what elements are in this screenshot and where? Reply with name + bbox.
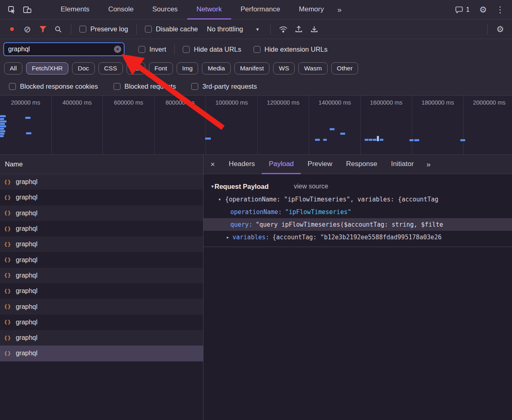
import-har-icon[interactable] — [291, 22, 306, 36]
more-tabs-chevron-icon[interactable]: » — [333, 5, 346, 14]
payload-row-operation-name[interactable]: operationName: "ipFlowTimeseries" — [203, 206, 512, 218]
search-icon[interactable] — [50, 22, 66, 36]
devtools-tab[interactable]: Network — [187, 0, 231, 20]
devtools-tab[interactable]: Memory — [289, 0, 333, 20]
request-row[interactable]: graphql — [0, 283, 203, 299]
details-tab[interactable]: Preview — [301, 155, 339, 174]
type-filter-chip[interactable]: Other — [331, 62, 359, 74]
type-filter-chip[interactable]: All — [4, 62, 22, 74]
hide-extension-urls-checkbox[interactable]: Hide extension URLs — [254, 46, 328, 53]
timeline-column: 400000 ms — [52, 96, 103, 154]
payload-summary-row[interactable]: ▾ {operationName: "ipFlowTimeseries", va… — [203, 193, 512, 206]
type-filter-chip[interactable]: Media — [202, 62, 230, 74]
filter-option-checkbox[interactable]: Blocked requests — [114, 83, 176, 90]
network-settings-gear-icon[interactable]: ⚙ — [492, 22, 508, 36]
payload-panel: ▾ Request Payload view source ▾ {operati… — [203, 174, 512, 247]
record-network-log-button[interactable] — [4, 22, 20, 36]
request-row[interactable]: graphql — [0, 206, 203, 221]
filter-option-checkbox[interactable]: 3rd-party requests — [191, 83, 257, 90]
details-tab[interactable]: Headers — [222, 155, 262, 174]
filter-option-checkbox[interactable]: Blocked response cookies — [9, 83, 98, 90]
type-filter-chip[interactable]: JS — [127, 62, 145, 74]
request-row[interactable]: graphql — [0, 315, 203, 330]
timeline-tick-label: 400000 ms — [63, 99, 92, 106]
view-source-link[interactable]: view source — [294, 183, 328, 190]
console-messages-button[interactable]: 1 — [451, 6, 474, 13]
fetch-xhr-icon — [4, 210, 11, 216]
type-filter-chip[interactable]: Fetch/XHR — [26, 62, 68, 74]
hide-data-urls-label: Hide data URLs — [194, 46, 241, 53]
divider — [270, 24, 271, 35]
preserve-log-checkbox[interactable]: Preserve log — [79, 25, 128, 33]
filter-icon[interactable] — [35, 22, 50, 36]
request-row[interactable]: graphql — [0, 346, 203, 361]
request-row[interactable]: graphql — [0, 221, 203, 236]
timeline-tick-label: 1400000 ms — [318, 99, 351, 106]
network-filter-input[interactable] — [3, 42, 125, 56]
device-toolbar-icon[interactable] — [20, 3, 35, 17]
devtools-tab[interactable]: Sources — [143, 0, 187, 20]
request-row[interactable]: graphql — [0, 190, 203, 205]
request-row[interactable]: graphql — [0, 268, 203, 283]
throttling-dropdown[interactable]: No throttling ▼ — [207, 25, 260, 33]
request-name: graphql — [16, 334, 37, 341]
type-filter-chip[interactable]: Manifest — [234, 62, 270, 74]
clear-filter-icon[interactable]: × — [114, 46, 121, 53]
network-conditions-icon[interactable] — [276, 22, 291, 36]
request-name: graphql — [16, 287, 37, 295]
close-details-icon[interactable]: × — [203, 160, 222, 169]
record-icon — [10, 27, 14, 31]
hide-data-urls-checkbox[interactable]: Hide data URLs — [183, 46, 241, 53]
request-row[interactable]: graphql — [0, 252, 203, 267]
divider — [487, 24, 488, 35]
type-filter-chip[interactable]: WS — [273, 62, 295, 74]
details-tab[interactable]: Initiator — [384, 155, 421, 174]
name-column-header[interactable]: Name — [0, 155, 203, 174]
details-tab[interactable]: Payload — [262, 155, 300, 174]
payload-section-title: Request Payload — [214, 183, 269, 190]
checkbox-icon — [79, 26, 86, 33]
timeline-column: 1400000 ms — [309, 96, 361, 154]
invert-label: Invert — [149, 46, 166, 53]
request-row[interactable]: graphql — [0, 236, 203, 252]
type-filter-chip[interactable]: Font — [149, 62, 173, 74]
export-har-icon[interactable] — [306, 22, 322, 36]
type-filter-chip[interactable]: CSS — [98, 62, 123, 74]
inspect-element-icon[interactable] — [4, 3, 20, 17]
request-name: graphql — [16, 350, 37, 357]
devtools-tab[interactable]: Performance — [231, 0, 289, 20]
timeline-column: 200000 ms — [0, 96, 52, 154]
request-name: graphql — [16, 194, 37, 201]
request-row[interactable]: graphql — [0, 330, 203, 346]
divider — [136, 24, 137, 35]
network-toolbar: ⊘ Preserve log Disable cache No throttli… — [0, 20, 512, 39]
more-options-icon[interactable]: ⋮ — [492, 3, 508, 17]
devtools-tab[interactable]: Elements — [51, 0, 99, 20]
request-row[interactable]: graphql — [0, 174, 203, 190]
more-details-tabs-chevron-icon[interactable]: » — [421, 160, 437, 169]
disable-cache-checkbox[interactable]: Disable cache — [145, 25, 198, 33]
details-tab[interactable]: Response — [339, 155, 384, 174]
messages-count: 1 — [466, 6, 470, 13]
type-filter-chip[interactable]: Doc — [72, 62, 95, 74]
clear-network-log-icon[interactable]: ⊘ — [20, 22, 35, 36]
devtools-tabs: Elements Console Sources Network Perform… — [51, 0, 333, 20]
request-row[interactable]: graphql — [0, 299, 203, 314]
payload-row-variables[interactable]: ▸ variables: {accountTag: "b12e3b2192ee5… — [203, 231, 512, 243]
settings-gear-icon[interactable]: ⚙ — [475, 3, 491, 17]
chevron-down-icon: ▼ — [255, 27, 260, 32]
timeline-tick-label: 1800000 ms — [422, 99, 454, 106]
payload-key: operationName: — [230, 208, 282, 216]
invert-checkbox[interactable]: Invert — [138, 46, 166, 53]
payload-row-query[interactable]: query: "query ipFlowTimeseries($accountT… — [203, 218, 512, 231]
checkbox-icon — [9, 83, 16, 90]
devtools-tab[interactable]: Console — [99, 0, 143, 20]
timeline-column: 600000 ms — [103, 96, 155, 154]
type-filter-chip[interactable]: Img — [177, 62, 199, 74]
timeline-tick-label: 1200000 ms — [267, 99, 300, 106]
network-overview-timeline[interactable]: 200000 ms 400000 ms 600000 ms 800000 ms … — [0, 95, 512, 155]
request-payload-section[interactable]: ▾ Request Payload view source — [203, 180, 512, 193]
request-name: graphql — [16, 319, 37, 326]
type-filter-chip[interactable]: Wasm — [298, 62, 327, 74]
payload-key: variables: — [232, 234, 269, 241]
